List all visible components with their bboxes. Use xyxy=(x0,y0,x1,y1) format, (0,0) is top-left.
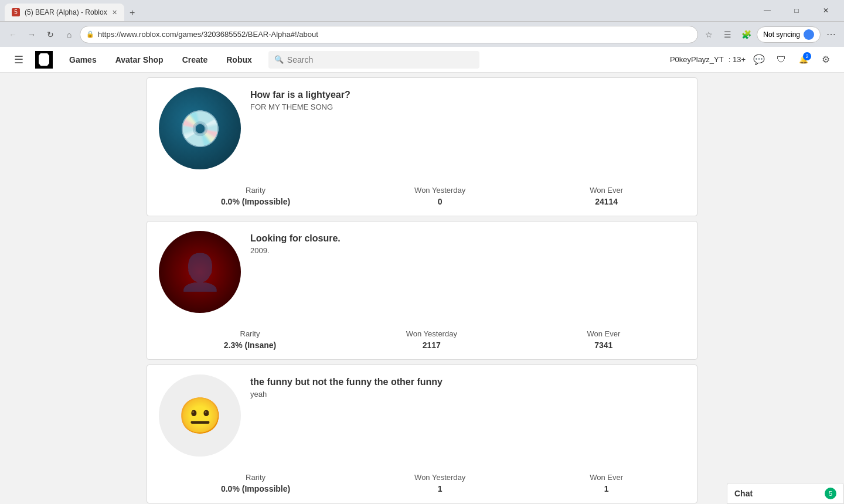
tab-close-button[interactable]: ✕ xyxy=(112,9,117,16)
won-yesterday-label-3: Won Yesterday xyxy=(414,473,465,482)
nav-links: Games Avatar Shop Create Robux xyxy=(60,47,261,73)
nav-link-robux[interactable]: Robux xyxy=(217,47,261,73)
rarity-value-2: 2.3% (Insane) xyxy=(224,340,276,350)
forward-button[interactable]: → xyxy=(23,26,40,43)
lock-icon: 🔒 xyxy=(86,30,94,38)
search-bar[interactable]: 🔍 xyxy=(268,51,479,69)
roblox-logo-icon xyxy=(39,53,49,66)
badge-description-1: FOR MY THEME SONG xyxy=(250,103,685,111)
rarity-label-2: Rarity xyxy=(240,329,260,338)
browser-toolbar: ← → ↻ ⌂ 🔒 https://www.roblox.com/games/3… xyxy=(0,21,844,47)
search-input[interactable] xyxy=(287,55,474,64)
more-button[interactable]: ⋯ xyxy=(823,26,839,43)
browser-titlebar: 5 (5) BEAR (Alpha) - Roblox ✕ + — □ ✕ xyxy=(0,0,844,21)
badge-won-yesterday-1: Won Yesterday 0 xyxy=(414,186,465,206)
badge-won-ever-2: Won Ever 7341 xyxy=(587,329,620,350)
tab-area: 5 (5) BEAR (Alpha) - Roblox ✕ + xyxy=(5,0,751,21)
badge-rarity-1: Rarity 0.0% (Impossible) xyxy=(221,186,290,206)
nav-link-avatar-shop[interactable]: Avatar Shop xyxy=(106,47,173,73)
maximize-button[interactable]: □ xyxy=(783,0,810,21)
badge-image-1 xyxy=(159,87,241,169)
badge-stats-2: Rarity 2.3% (Insane) Won Yesterday 2117 … xyxy=(159,325,685,350)
badge-image-2 xyxy=(159,231,241,313)
nav-link-create[interactable]: Create xyxy=(173,47,217,73)
close-button[interactable]: ✕ xyxy=(812,0,839,21)
won-ever-label-1: Won Ever xyxy=(590,186,623,195)
badge-top-2: Looking for closure. 2009. xyxy=(159,231,685,313)
badge-rarity-3: Rarity 0.0% (Impossible) xyxy=(221,473,290,493)
address-bar[interactable]: 🔒 https://www.roblox.com/games/320368555… xyxy=(80,26,698,43)
sync-button[interactable]: Not syncing xyxy=(757,26,821,43)
badge-top-3: the funny but not the funny the other fu… xyxy=(159,374,685,457)
badge-stats-1: Rarity 0.0% (Impossible) Won Yesterday 0… xyxy=(159,181,685,206)
badges-list: How far is a lightyear? FOR MY THEME SON… xyxy=(147,73,697,504)
hamburger-menu-button[interactable]: ☰ xyxy=(9,53,28,66)
badge-won-yesterday-2: Won Yesterday 2117 xyxy=(406,329,457,350)
search-icon: 🔍 xyxy=(274,55,284,64)
main-content: How far is a lightyear? FOR MY THEME SON… xyxy=(0,73,844,504)
collections-button[interactable]: ☰ xyxy=(719,26,736,43)
badge-info-1: How far is a lightyear? FOR MY THEME SON… xyxy=(250,87,685,111)
roblox-navbar: ☰ Games Avatar Shop Create Robux 🔍 P0key… xyxy=(0,47,844,73)
url-domain: https://www.roblox.com xyxy=(98,30,176,39)
back-button[interactable]: ← xyxy=(5,26,21,43)
rarity-label-1: Rarity xyxy=(246,186,266,195)
badge-description-3: yeah xyxy=(250,390,685,399)
badge-info-3: the funny but not the funny the other fu… xyxy=(250,374,685,399)
rarity-value-3: 0.0% (Impossible) xyxy=(221,484,290,493)
rarity-label-3: Rarity xyxy=(246,473,266,482)
reload-button[interactable]: ↻ xyxy=(42,26,59,43)
badge-card-1: How far is a lightyear? FOR MY THEME SON… xyxy=(147,77,697,216)
active-tab[interactable]: 5 (5) BEAR (Alpha) - Roblox ✕ xyxy=(5,4,124,21)
sync-avatar xyxy=(804,29,814,40)
won-yesterday-label-1: Won Yesterday xyxy=(414,186,465,195)
chat-label: Chat xyxy=(734,489,753,498)
new-tab-button[interactable]: + xyxy=(124,5,141,21)
age-rating-label: : 13+ xyxy=(729,55,746,64)
toolbar-right: ☆ ☰ 🧩 Not syncing ⋯ xyxy=(700,26,839,43)
badge-rarity-2: Rarity 2.3% (Insane) xyxy=(224,329,276,350)
notification-count-button[interactable]: 🔔 2 xyxy=(795,51,812,69)
nav-link-games[interactable]: Games xyxy=(60,47,106,73)
badge-name-2: Looking for closure. xyxy=(250,233,685,244)
notification-icon-button[interactable]: 🛡 xyxy=(772,51,790,69)
badge-name-3: the funny but not the funny the other fu… xyxy=(250,377,685,387)
badge-won-yesterday-3: Won Yesterday 1 xyxy=(414,473,465,493)
won-ever-value-2: 7341 xyxy=(594,340,612,350)
url-display: https://www.roblox.com/games/3203685552/… xyxy=(98,30,318,39)
minimize-button[interactable]: — xyxy=(754,0,781,21)
won-yesterday-value-2: 2117 xyxy=(423,340,441,350)
won-ever-value-3: 1 xyxy=(604,484,609,493)
tab-favicon: 5 xyxy=(12,8,20,16)
home-button[interactable]: ⌂ xyxy=(61,26,77,43)
won-yesterday-value-3: 1 xyxy=(438,484,443,493)
roblox-logo[interactable] xyxy=(35,51,53,69)
won-yesterday-value-1: 0 xyxy=(438,197,443,206)
notification-badge: 2 xyxy=(803,52,811,60)
badge-info-2: Looking for closure. 2009. xyxy=(250,231,685,255)
badge-image-3 xyxy=(159,374,241,457)
bookmark-button[interactable]: ☆ xyxy=(700,26,717,43)
badge-won-ever-3: Won Ever 1 xyxy=(590,473,623,493)
badge-name-1: How far is a lightyear? xyxy=(250,90,685,100)
url-path: /games/3203685552/BEAR-Alpha#!/about xyxy=(176,30,318,39)
won-ever-value-1: 24114 xyxy=(595,197,618,206)
won-ever-label-3: Won Ever xyxy=(590,473,623,482)
chat-icon-button[interactable]: 💬 xyxy=(750,51,768,69)
badge-card-2: Looking for closure. 2009. Rarity 2.3% (… xyxy=(147,221,697,360)
badge-top-1: How far is a lightyear? FOR MY THEME SON… xyxy=(159,87,685,169)
sync-label: Not syncing xyxy=(763,30,800,39)
extension-button[interactable]: 🧩 xyxy=(738,26,754,43)
settings-icon-button[interactable]: ⚙ xyxy=(817,51,835,69)
username-label: P0keyPlayz_YT xyxy=(670,55,724,64)
nav-right-section: P0keyPlayz_YT : 13+ 💬 🛡 🔔 2 ⚙ xyxy=(670,51,835,69)
chat-widget[interactable]: Chat 5 xyxy=(727,483,844,504)
rarity-value-1: 0.0% (Impossible) xyxy=(221,197,290,206)
badge-card-3: the funny but not the funny the other fu… xyxy=(147,365,697,503)
tab-label: (5) BEAR (Alpha) - Roblox xyxy=(25,8,107,16)
won-ever-label-2: Won Ever xyxy=(587,329,620,338)
badge-stats-3: Rarity 0.0% (Impossible) Won Yesterday 1… xyxy=(159,468,685,493)
chat-badge: 5 xyxy=(825,488,836,499)
won-yesterday-label-2: Won Yesterday xyxy=(406,329,457,338)
window-controls: — □ ✕ xyxy=(754,0,839,21)
